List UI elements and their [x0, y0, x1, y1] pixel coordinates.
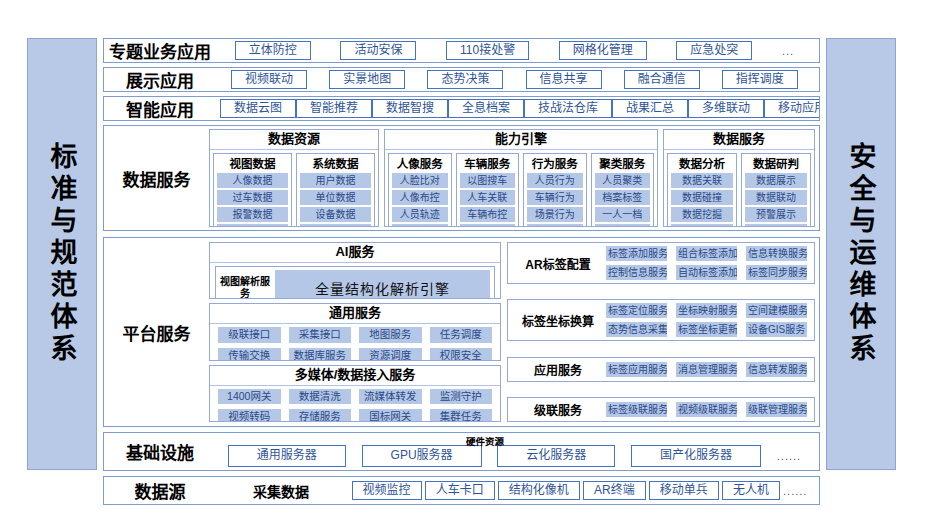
side-group-label: 应用服务 [515, 361, 601, 378]
side-group-label: AR标签配置 [515, 255, 601, 272]
diagram-chip: 应急处突 [676, 41, 752, 61]
diagram-chip: 结构化像机 [498, 481, 580, 501]
diagram-chip: 轨迹分析 [460, 224, 516, 227]
collected-data-label: 采集数据 [216, 477, 346, 504]
platform-groups: AI服务 视图解析服务 全量结构化解析引擎 通用服务 级联接口采集接口地图服务任… [209, 238, 819, 426]
diagram-chip: 信息共享 [526, 70, 602, 90]
diagram-chip: 云化服务器 [497, 445, 615, 467]
diagram-chip: 数据推理 [745, 224, 807, 227]
column-title: 系统数据 [313, 155, 359, 171]
diagram-chip: 日志数据 [300, 224, 371, 227]
layer-label-special-apps: 专题业务应用 [104, 39, 216, 62]
diagram-body: 专题业务应用 立体防控活动安保110接处警网格化管理应急处突... 展示应用 视… [103, 38, 820, 505]
diagram-chip: 人车卡口 [425, 481, 495, 501]
layer-display-apps: 展示应用 视频联动实景地图态势决策信息共享融合通信指挥调度 [103, 67, 820, 92]
diagram-chip: AR终端 [583, 481, 646, 501]
layer-label-intelligent-apps: 智能应用 [104, 97, 216, 120]
diagram-chip: 级联接口 [218, 327, 281, 343]
diagram-chip: 态势决策 [427, 70, 503, 90]
group-title: 能力引擎 [385, 130, 657, 150]
media-service-chip-grid: 1400网关数据清洗流媒体转发监测守护视频转码存储服务国标网关集群任务 [210, 386, 500, 422]
layer-datasource: 数据源 采集数据 视频监控人车卡口结构化像机AR终端移动单兵无人机...... [103, 476, 820, 505]
structuring-engine-chip: 全量结构化解析引擎 [275, 270, 490, 299]
diagram-chip: 标签添加服务 [606, 246, 667, 261]
ellipsis-text: ...... [783, 485, 807, 497]
diagram-chip: 视频转码 [218, 409, 281, 422]
diagram-chip: 网格化管理 [559, 41, 647, 61]
diagram-chip: 级联管理服务 [746, 402, 807, 417]
general-service-chip-grid: 级联接口采集接口地图服务任务调度传输交换数据库服务资源调度权限安全 [210, 324, 500, 360]
special-apps-chip-list: 立体防控活动安保110接处警网格化管理应急处突... [216, 39, 819, 62]
diagram-chip: 以图搜车 [460, 173, 516, 188]
diagram-chip: 标签同步服务 [746, 265, 807, 280]
diagram-chip: 标签应用服务 [606, 362, 667, 377]
data-service-columns: 数据分析数据关联数据碰撞数据挖掘标签计算......数据研判数据展示数据联动预警… [664, 150, 814, 227]
service-column: 行为服务人员行为车辆行为场景行为行为布控...... [523, 153, 587, 227]
group-capability-engine: 能力引擎 人像服务人脸比对人像布控人员轨迹跨镜追踪......车辆服务以图搜车人… [384, 129, 658, 227]
service-column: 人像服务人脸比对人像布控人员轨迹跨镜追踪...... [388, 153, 452, 227]
diagram-chip: 立体防控 [235, 41, 311, 61]
group-title: AI服务 [210, 243, 500, 263]
diagram-chip: 标签计算 [671, 224, 733, 227]
diagram-chip: 信息转换服务 [746, 246, 807, 261]
datasource-chip-list: 视频监控人车卡口结构化像机AR终端移动单兵无人机...... [346, 477, 819, 504]
layer-label-data-service: 数据服务 [104, 126, 209, 230]
diagram-chip: 人员行为 [527, 173, 583, 188]
service-column: 系统数据用户数据单位数据设备数据日志数据...... [296, 153, 375, 227]
group-title: 通用服务 [210, 304, 500, 324]
diagram-chip: 传输交换 [218, 348, 281, 361]
layer-infrastructure: 基础设施 硬件资源 通用服务器GPU服务器云化服务器国产化服务器...... [103, 432, 820, 471]
service-column: 数据分析数据关联数据碰撞数据挖掘标签计算...... [667, 153, 737, 227]
diagram-chip: GPU服务器 [362, 445, 482, 467]
layer-data-service: 数据服务 数据资源 视图数据人像数据过车数据报警数据轨迹数据......系统数据… [103, 125, 820, 231]
platform-side-group: 标签坐标换算标签定位服务坐标映射服务空间建模服务态势信息采集标签坐标更新设备GI… [507, 299, 815, 341]
side-group-chip-grid: 标签定位服务坐标映射服务空间建模服务态势信息采集标签坐标更新设备GIS服务 [606, 303, 807, 337]
layer-platform-service: 平台服务 AI服务 视图解析服务 全量结构化解析引擎 通用服务 级联接口采集接口… [103, 237, 820, 427]
diagram-chip: 数据联动 [745, 190, 807, 205]
diagram-chip: 行为布控 [527, 224, 583, 227]
hardware-resource-note: 硬件资源 [466, 434, 504, 448]
diagram-chip: 标签定位服务 [606, 303, 667, 318]
diagram-chip: 多维联动 [688, 99, 764, 119]
diagram-chip: 任务调度 [430, 327, 493, 343]
diagram-chip: 存储服务 [289, 409, 352, 422]
platform-right-column: AR标签配置标签添加服务组合标签添加信息转换服务控制信息服务自动标签添加标签同步… [507, 242, 815, 422]
column-title: 数据分析 [679, 155, 725, 171]
diagram-chip: 标签级联服务 [606, 402, 667, 417]
group-data-service: 数据服务 数据分析数据关联数据碰撞数据挖掘标签计算......数据研判数据展示数… [663, 129, 815, 227]
diagram-chip: 控制信息服务 [606, 265, 667, 280]
diagram-chip: 监测守护 [430, 389, 493, 405]
side-group-chip-grid: 标签应用服务消息管理服务信息转发服务 [606, 362, 807, 377]
column-title: 视图数据 [230, 155, 276, 171]
diagram-chip: 视频监控 [352, 481, 422, 501]
diagram-chip: 移动单兵 [649, 481, 719, 501]
group-media-access-service: 多媒体/数据接入服务 1400网关数据清洗流媒体转发监测守护视频转码存储服务国标… [209, 365, 501, 422]
column-title: 车辆服务 [464, 155, 510, 171]
diagram-chip: 车辆布控 [460, 207, 516, 222]
diagram-chip: 空间建模服务 [746, 303, 807, 318]
column-title: 数据研判 [753, 155, 799, 171]
layer-label-display-apps: 展示应用 [104, 68, 216, 91]
diagram-chip: 信息转发服务 [746, 362, 807, 377]
diagram-chip: 过车数据 [217, 190, 288, 205]
diagram-chip: 无人机 [722, 481, 780, 501]
diagram-chip: 人员聚类 [595, 173, 651, 188]
diagram-chip: 数据碰撞 [671, 190, 733, 205]
intelligent-apps-chip-list: 数据云图智能推荐数据智搜全息档案技战法仓库战果汇总多维联动移动应用 [216, 97, 820, 120]
diagram-chip: 视频联动 [231, 70, 307, 90]
side-group-chip-grid: 标签添加服务组合标签添加信息转换服务控制信息服务自动标签添加标签同步服务 [606, 246, 807, 280]
diagram-chip: 1400网关 [218, 389, 281, 405]
diagram-chip: 视频级联服务 [676, 402, 737, 417]
diagram-chip: 指挥调度 [722, 70, 798, 90]
group-general-service: 通用服务 级联接口采集接口地图服务任务调度传输交换数据库服务资源调度权限安全 [209, 303, 501, 360]
diagram-chip: 人车关联 [460, 190, 516, 205]
side-group-chip-grid: 标签级联服务视频级联服务级联管理服务 [606, 402, 807, 417]
diagram-chip: 权限安全 [430, 348, 493, 361]
platform-left-column: AI服务 视图解析服务 全量结构化解析引擎 通用服务 级联接口采集接口地图服务任… [209, 242, 501, 422]
diagram-chip: 单位数据 [300, 190, 371, 205]
diagram-chip: 设备GIS服务 [746, 322, 807, 337]
ai-engine-box: 视图解析服务 全量结构化解析引擎 [215, 266, 495, 299]
capability-engine-columns: 人像服务人脸比对人像布控人员轨迹跨镜追踪......车辆服务以图搜车人车关联车辆… [385, 150, 657, 227]
infrastructure-chip-list: 通用服务器GPU服务器云化服务器国产化服务器...... [216, 433, 819, 470]
left-pillar-label: 标准与规范体系 [43, 142, 82, 366]
